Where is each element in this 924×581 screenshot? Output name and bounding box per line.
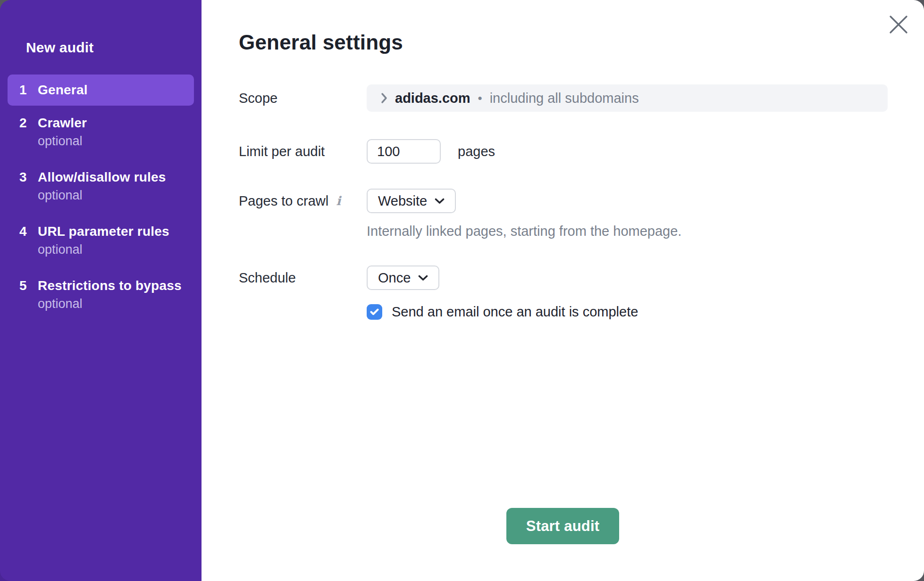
email-checkbox-label[interactable]: Send an email once an audit is complete <box>392 304 638 320</box>
email-checkbox[interactable] <box>367 304 382 320</box>
step-label: Allow/disallow rules <box>38 168 166 186</box>
start-audit-button[interactable]: Start audit <box>506 508 620 544</box>
pages-to-crawl-label-text: Pages to crawl <box>239 193 328 209</box>
chevron-down-icon <box>418 275 428 281</box>
scope-value-box[interactable]: adidas.com • including all subdomains <box>367 84 888 112</box>
step-label: URL parameter rules <box>38 223 169 241</box>
scope-label: Scope <box>239 91 367 106</box>
schedule-selected-value: Once <box>378 270 411 286</box>
pages-to-crawl-select[interactable]: Website <box>367 189 456 213</box>
pages-to-crawl-label: Pages to crawl i <box>239 193 367 209</box>
sidebar-item-general[interactable]: 1 General <box>8 75 194 106</box>
step-label: Restrictions to bypass <box>38 277 182 295</box>
email-notification-row: Send an email once an audit is complete <box>367 304 888 320</box>
step-label: General <box>38 81 88 99</box>
limit-label: Limit per audit <box>239 144 367 159</box>
wizard-sidebar: New audit 1 General 2 Crawler optional 3… <box>0 0 202 581</box>
step-optional-tag: optional <box>38 186 166 205</box>
scope-subdomains-note: including all subdomains <box>490 91 639 106</box>
sidebar-item-restrictions-to-bypass[interactable]: 5 Restrictions to bypass optional <box>8 277 194 313</box>
new-audit-modal: New audit 1 General 2 Crawler optional 3… <box>0 0 924 581</box>
sidebar-item-crawler[interactable]: 2 Crawler optional <box>8 114 194 150</box>
page-title: General settings <box>239 29 888 55</box>
wizard-title: New audit <box>0 40 202 56</box>
schedule-select[interactable]: Once <box>367 266 439 290</box>
chevron-right-icon <box>381 92 387 104</box>
step-number: 3 <box>19 168 38 205</box>
checkmark-icon <box>370 308 379 315</box>
close-button[interactable] <box>886 12 911 37</box>
step-number: 2 <box>19 114 38 150</box>
sidebar-item-url-parameter-rules[interactable]: 4 URL parameter rules optional <box>8 223 194 259</box>
step-list: 1 General 2 Crawler optional 3 Allow/dis… <box>0 75 202 313</box>
limit-suffix: pages <box>458 144 495 159</box>
chevron-down-icon <box>435 198 445 204</box>
schedule-label: Schedule <box>239 270 367 286</box>
modal-footer: Start audit <box>202 508 924 544</box>
limit-per-audit-row: Limit per audit pages <box>239 139 888 164</box>
scope-domain: adidas.com <box>395 91 470 106</box>
step-number: 4 <box>19 223 38 259</box>
pages-to-crawl-row: Pages to crawl i Website <box>239 189 888 213</box>
step-number: 5 <box>19 277 38 313</box>
sidebar-item-allow-disallow-rules[interactable]: 3 Allow/disallow rules optional <box>8 168 194 205</box>
step-optional-tag: optional <box>38 241 169 259</box>
step-optional-tag: optional <box>38 132 87 150</box>
close-icon <box>889 15 908 34</box>
step-number: 1 <box>19 81 38 99</box>
step-label: Crawler <box>38 114 87 132</box>
pages-to-crawl-selected-value: Website <box>378 193 427 209</box>
info-icon[interactable]: i <box>336 195 341 207</box>
limit-input[interactable] <box>367 139 441 164</box>
schedule-row: Schedule Once <box>239 266 888 290</box>
pages-to-crawl-help-text: Internally linked pages, starting from t… <box>367 224 888 239</box>
scope-row: Scope adidas.com • including all subdoma… <box>239 84 888 112</box>
step-optional-tag: optional <box>38 295 182 313</box>
bullet-separator: • <box>478 91 482 106</box>
general-settings-panel: General settings Scope adidas.com • incl… <box>202 0 924 581</box>
